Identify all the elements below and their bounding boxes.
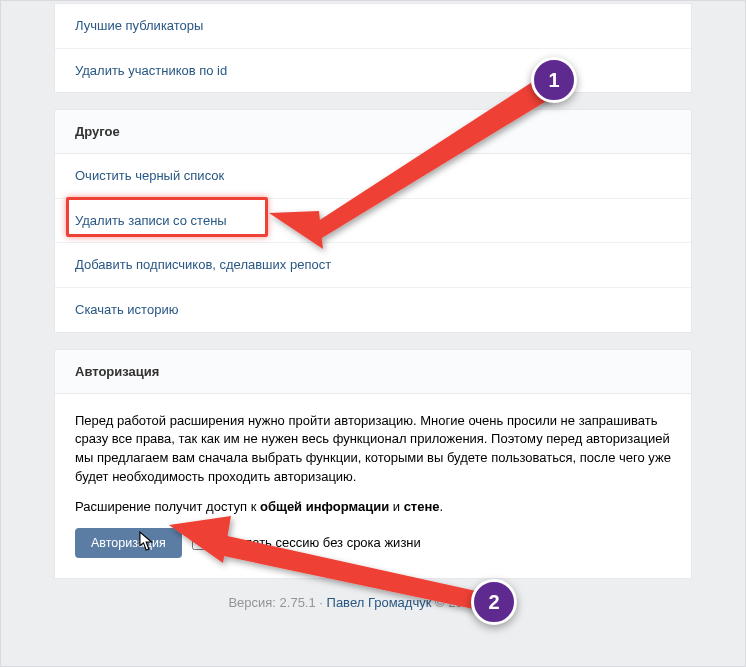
menu-item-download-history[interactable]: Скачать историю [55, 288, 691, 332]
menu-item-delete-by-id[interactable]: Удалить участников по id [55, 49, 691, 93]
auth-desc-1: Перед работой расширения нужно пройти ав… [55, 394, 691, 493]
auth-desc-2: Расширение получит доступ к общей информ… [55, 493, 691, 528]
menu-item-clear-blacklist[interactable]: Очистить черный список [55, 154, 691, 199]
auth-button[interactable]: Авторизация [75, 528, 182, 558]
menu-item-best-publishers[interactable]: Лучшие публикаторы [55, 4, 691, 49]
session-checkbox-label: - сделать сессию без срока жизни [216, 535, 421, 550]
panel-other-body: Очистить черный список Удалить записи со… [55, 154, 691, 331]
session-checkbox-box [192, 536, 206, 550]
panel-auth: Авторизация Перед работой расширения нуж… [54, 349, 692, 579]
panel-other-header: Другое [55, 110, 691, 154]
panel-auth-body: Перед работой расширения нужно пройти ав… [55, 394, 691, 578]
panel-auth-header: Авторизация [55, 350, 691, 394]
footer-version: Версия: 2.75.1 · [228, 595, 326, 610]
auth-desc2-prefix: Расширение получит доступ к [75, 499, 260, 514]
app-viewport: Лучшие публикаторы Удалить участников по… [0, 0, 746, 667]
panel-top-body: Лучшие публикаторы Удалить участников по… [55, 4, 691, 92]
auth-desc2-b1: общей информации [260, 499, 389, 514]
auth-desc2-and: и [389, 499, 404, 514]
auth-desc2-suffix: . [440, 499, 444, 514]
auth-desc2-b2: стене [404, 499, 440, 514]
footer-author-link[interactable]: Павел Громадчук [327, 595, 432, 610]
panel-other: Другое Очистить черный список Удалить за… [54, 109, 692, 332]
menu-item-delete-wall-posts[interactable]: Удалить записи со стены [55, 199, 691, 244]
panel-top: Лучшие публикаторы Удалить участников по… [54, 3, 692, 93]
footer: Версия: 2.75.1 · Павел Громадчук © 2016 … [4, 595, 742, 610]
menu-item-add-subscribers-reposted[interactable]: Добавить подписчиков, сделавших репост [55, 243, 691, 288]
footer-copyright: © 2016 - 2018 [435, 595, 518, 610]
session-checkbox[interactable] [192, 536, 206, 550]
auth-actions: Авторизация - сделать сессию без срока ж… [55, 528, 691, 578]
